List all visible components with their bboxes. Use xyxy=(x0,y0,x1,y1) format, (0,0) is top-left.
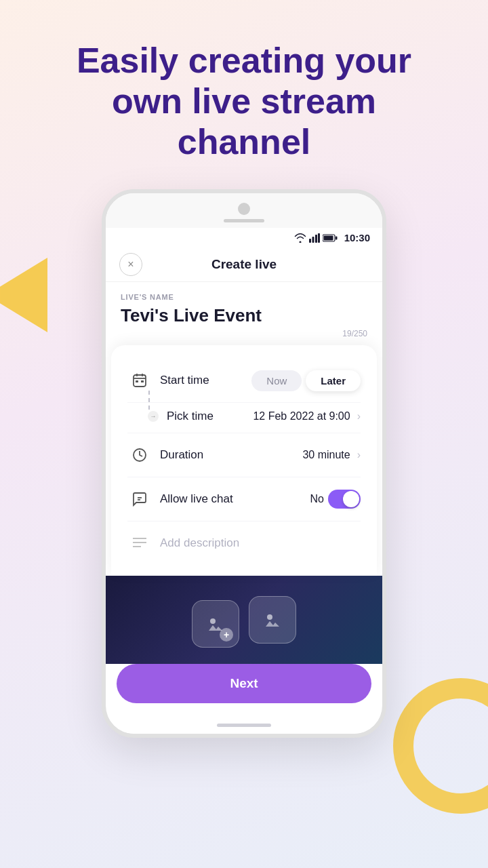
live-chat-toggle[interactable] xyxy=(328,490,361,509)
allow-chat-value: No xyxy=(310,490,361,509)
svg-point-19 xyxy=(210,618,216,624)
svg-rect-12 xyxy=(141,380,144,382)
signal-icon xyxy=(309,233,320,243)
close-button[interactable]: × xyxy=(119,253,142,276)
phone-mockup: 10:30 × Create live LIVE'S NAME Tevi's L… xyxy=(102,189,386,738)
description-placeholder[interactable]: Add description xyxy=(160,536,361,550)
icon-plus: + xyxy=(220,628,233,642)
duration-label: Duration xyxy=(160,448,302,462)
chat-icon xyxy=(127,487,152,511)
form-area: LIVE'S NAME Tevi's Live Event 19/250 xyxy=(106,282,382,345)
status-icons xyxy=(294,233,338,243)
image-preview: + xyxy=(106,576,382,664)
hero-section: Easily creating your own live stream cha… xyxy=(0,0,488,182)
battery-icon xyxy=(323,234,338,242)
phone-bottom-bar xyxy=(106,717,382,734)
svg-rect-1 xyxy=(312,237,314,243)
home-indicator xyxy=(217,724,271,727)
pick-time-label: Pick time xyxy=(167,410,253,423)
svg-point-20 xyxy=(267,614,272,620)
svg-rect-6 xyxy=(336,236,338,239)
phone-speaker xyxy=(224,219,264,222)
allow-chat-label: Allow live chat xyxy=(160,492,310,506)
svg-rect-5 xyxy=(323,235,333,240)
description-icon xyxy=(127,531,152,555)
dashed-connector xyxy=(148,391,150,410)
phone-container: 10:30 × Create live LIVE'S NAME Tevi's L… xyxy=(0,189,488,738)
duration-icon xyxy=(127,443,152,467)
duration-value: 30 minute › xyxy=(302,449,361,461)
svg-rect-0 xyxy=(309,239,311,243)
settings-panel: Start time Now Later → Pick time 12 Feb … xyxy=(111,345,377,576)
toggle-thumb xyxy=(343,491,359,507)
wifi-icon xyxy=(294,233,306,243)
description-row[interactable]: Add description xyxy=(127,521,361,565)
allow-chat-row: Allow live chat No xyxy=(127,477,361,521)
later-button[interactable]: Later xyxy=(306,370,361,391)
hero-title: Easily creating your own live stream cha… xyxy=(41,41,447,162)
pick-time-row[interactable]: → Pick time 12 Feb 2022 at 9:00 › xyxy=(127,403,361,433)
app-icon-1: + xyxy=(192,600,239,648)
start-time-row: Start time Now Later xyxy=(127,359,361,403)
start-time-label: Start time xyxy=(160,374,251,387)
phone-camera xyxy=(238,203,250,215)
status-time: 10:30 xyxy=(344,232,370,243)
now-button[interactable]: Now xyxy=(251,370,302,391)
svg-rect-11 xyxy=(136,380,138,382)
phone-top xyxy=(106,193,382,228)
start-time-toggle[interactable]: Now Later xyxy=(251,370,361,391)
header-title: Create live xyxy=(211,257,277,272)
svg-rect-3 xyxy=(318,233,320,243)
app-icons-grid: + xyxy=(192,596,296,644)
pick-time-chevron: › xyxy=(357,410,361,422)
calendar-icon xyxy=(127,368,152,393)
char-count: 19/250 xyxy=(121,329,367,338)
next-button[interactable]: Next xyxy=(117,664,371,703)
svg-rect-7 xyxy=(134,375,146,387)
app-header: × Create live xyxy=(106,248,382,282)
field-label: LIVE'S NAME xyxy=(121,293,367,301)
app-icon-2 xyxy=(249,596,296,644)
live-name-field[interactable]: Tevi's Live Event xyxy=(121,305,367,326)
status-bar: 10:30 xyxy=(106,228,382,248)
pick-time-value[interactable]: 12 Feb 2022 at 9:00 › xyxy=(253,410,361,422)
duration-row[interactable]: Duration 30 minute › xyxy=(127,433,361,477)
arrow-indicator: → xyxy=(148,411,159,422)
svg-rect-2 xyxy=(315,235,317,243)
duration-chevron: › xyxy=(357,449,361,461)
